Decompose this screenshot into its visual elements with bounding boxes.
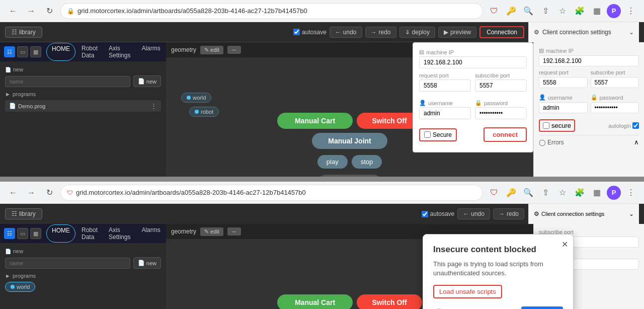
name-input[interactable]: [5, 76, 130, 87]
programs-label[interactable]: ► programs: [5, 91, 161, 97]
name-row: 📄 new: [5, 75, 161, 87]
more-menu-btn[interactable]: ⋮: [624, 4, 638, 18]
preview-icon: ▶: [444, 29, 448, 36]
play-button[interactable]: play: [317, 155, 348, 169]
puzzle-icon-btn-bottom[interactable]: 🧩: [573, 186, 587, 200]
name-row-bottom: 📄 new: [5, 257, 161, 269]
forward-button[interactable]: →: [24, 4, 38, 18]
more-menu-btn-bottom[interactable]: ⋮: [624, 186, 638, 200]
nav-alarms-bottom[interactable]: Alarms: [136, 224, 165, 243]
back-button-bottom[interactable]: ←: [6, 186, 20, 200]
nav-robot-data-bottom[interactable]: Robot Data: [76, 224, 103, 243]
nav-home[interactable]: HOME: [46, 43, 75, 61]
autosave-checkbox[interactable]: [293, 29, 300, 35]
expand-button-bottom[interactable]: ↔: [227, 227, 241, 236]
key-icon-btn[interactable]: 🔑: [504, 4, 518, 18]
sidebar-username-input[interactable]: [539, 102, 588, 113]
tablet-icon-bottom[interactable]: ▭: [17, 228, 28, 239]
app-nav-bottom: ☷ ▭ ▩ HOME Robot Data Axis Settings Alar…: [0, 224, 166, 243]
shield-icon-btn-bottom[interactable]: 🛡: [487, 186, 501, 200]
mobile-icon-bottom[interactable]: ▩: [30, 228, 41, 239]
browser-chrome-top: ← → ↻ 🔒 grid.motorcortex.io/admin/artboa…: [0, 0, 644, 22]
sidebar-icon-btn-bottom[interactable]: ▦: [590, 186, 604, 200]
file-icon: 📄: [5, 67, 11, 72]
errors-section: ◯ Errors ∧: [539, 135, 639, 146]
name-input-bottom[interactable]: [5, 258, 130, 269]
address-bar-bottom[interactable]: 🛡 grid.motorcortex.io/admin/artboards/a0…: [60, 185, 483, 201]
nav-robot-data[interactable]: Robot Data: [76, 43, 103, 61]
secure-checkbox[interactable]: [424, 131, 431, 138]
hold-button[interactable]: HOLD to move to start: [317, 175, 382, 177]
done-button[interactable]: Done: [521, 306, 563, 309]
programs-label-bottom[interactable]: ► programs: [5, 273, 161, 279]
manual-joint-button[interactable]: Manual Joint: [312, 133, 387, 149]
nav-home-bottom[interactable]: HOME: [46, 224, 75, 243]
refresh-button-bottom[interactable]: ↻: [42, 186, 56, 200]
redo-button[interactable]: → redo: [365, 27, 396, 38]
search-icon-btn[interactable]: 🔍: [521, 4, 535, 18]
subscribe-port-input[interactable]: [475, 80, 527, 92]
back-button[interactable]: ←: [6, 4, 20, 18]
share-icon-btn-bottom[interactable]: ⇧: [538, 186, 552, 200]
sidebar-secure-checkbox[interactable]: [543, 122, 549, 129]
switch-off-button-bottom[interactable]: Switch Off: [357, 294, 422, 309]
nav-alarms[interactable]: Alarms: [136, 43, 165, 61]
dialog-close-button[interactable]: ✕: [561, 240, 568, 249]
secure-box: Secure: [419, 128, 457, 141]
puzzle-icon-btn[interactable]: 🧩: [573, 4, 587, 18]
sidebar-password-input[interactable]: [591, 102, 639, 113]
search-icon-btn-bottom[interactable]: 🔍: [521, 186, 535, 200]
key-icon-btn-bottom[interactable]: 🔑: [504, 186, 518, 200]
collapse-icon: ∧: [634, 138, 639, 146]
password-input[interactable]: [475, 107, 527, 119]
star-icon-btn-bottom[interactable]: ☆: [555, 186, 570, 200]
preview-button[interactable]: ▶ preview: [438, 27, 476, 38]
grid-icon-bottom[interactable]: ☷: [4, 228, 15, 239]
three-dot-menu[interactable]: ⋮: [150, 102, 157, 110]
edit-button-bottom[interactable]: ✎ edit: [200, 227, 223, 236]
sidebar-machine-ip-input[interactable]: [539, 55, 639, 66]
sidebar-subscribe-port-label: subscribe port: [591, 69, 639, 75]
client-settings-icon: ⚙: [534, 29, 539, 36]
edit-button[interactable]: ✎ edit: [200, 46, 223, 54]
grid-icon[interactable]: ☷: [4, 46, 15, 57]
library-button[interactable]: ☷ library: [5, 27, 42, 38]
address-bar[interactable]: 🔒 grid.motorcortex.io/admin/artboards/a0…: [60, 3, 483, 19]
redo-button-bottom[interactable]: → redo: [493, 208, 524, 219]
profile-avatar-bottom[interactable]: P: [607, 186, 621, 200]
nav-axis-settings-bottom[interactable]: Axis Settings: [104, 224, 135, 243]
world-node-bottom[interactable]: world: [5, 282, 35, 292]
request-port-input[interactable]: [419, 80, 471, 92]
load-unsafe-scripts-link[interactable]: Load unsafe scripts: [433, 285, 502, 298]
manual-cart-button-bottom[interactable]: Manual Cart: [277, 294, 353, 309]
connection-button[interactable]: Connection: [479, 26, 524, 38]
nav-axis-settings[interactable]: Axis Settings: [104, 43, 135, 61]
dialog-footer: ? Done: [433, 306, 563, 309]
forward-button-bottom[interactable]: →: [24, 186, 38, 200]
autosave-checkbox-bottom[interactable]: [422, 211, 428, 217]
undo-button[interactable]: ← undo: [330, 27, 362, 38]
share-icon-btn[interactable]: ⇧: [538, 4, 552, 18]
star-icon-btn[interactable]: ☆: [555, 4, 570, 18]
lock-icon: 🔒: [67, 8, 74, 15]
sidebar-subscribe-port-input[interactable]: [591, 77, 639, 88]
undo-button-bottom[interactable]: ← undo: [457, 208, 490, 219]
connect-button[interactable]: connect: [484, 127, 527, 142]
refresh-button[interactable]: ↻: [42, 4, 56, 18]
new-button-sm-bottom[interactable]: 📄 new: [133, 257, 161, 269]
mobile-icon[interactable]: ▩: [30, 46, 41, 57]
sidebar-request-port-input[interactable]: [539, 77, 588, 88]
sidebar-autologin-checkbox[interactable]: [632, 122, 639, 129]
machine-ip-input[interactable]: [419, 56, 527, 68]
deploy-button[interactable]: ⇓ deploy: [399, 27, 435, 38]
stop-button[interactable]: stop: [352, 155, 382, 169]
tablet-icon[interactable]: ▭: [17, 46, 28, 57]
sidebar-icon-btn[interactable]: ▦: [590, 4, 604, 18]
username-input[interactable]: [419, 107, 471, 119]
library-button-bottom[interactable]: ☷ library: [5, 208, 42, 219]
new-button-sm[interactable]: 📄 new: [133, 75, 161, 87]
profile-avatar[interactable]: P: [607, 4, 621, 18]
shield-icon-btn[interactable]: 🛡: [487, 4, 501, 18]
manual-cart-button[interactable]: Manual Cart: [277, 113, 353, 129]
expand-button[interactable]: ↔: [227, 46, 241, 54]
